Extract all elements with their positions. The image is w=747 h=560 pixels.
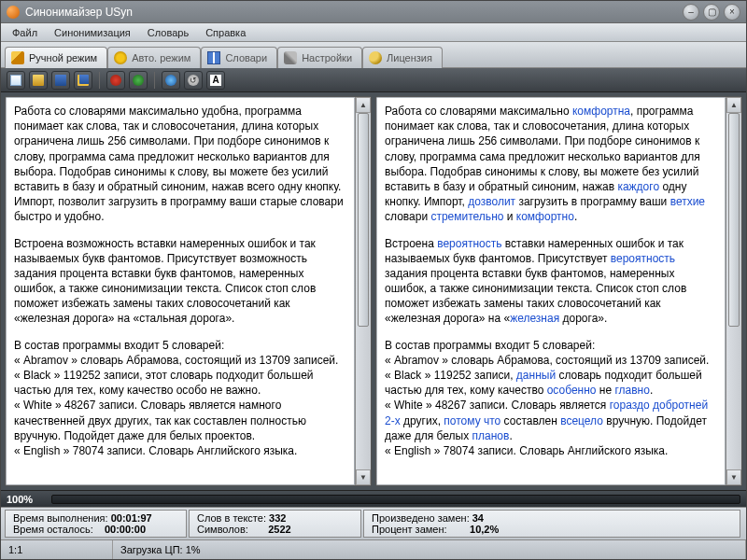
tab-dictionaries[interactable]: Словари <box>201 47 277 68</box>
synonym-word[interactable]: главно <box>614 384 649 397</box>
key-icon <box>369 51 382 64</box>
toolbar: ↺ A <box>1 68 746 92</box>
status-cursor: 1:1 <box>1 540 113 559</box>
save-as-button[interactable] <box>74 71 92 90</box>
window-title: Синонимайзер USyn <box>25 6 679 19</box>
scrollbar[interactable]: ▲ ▼ <box>355 97 371 485</box>
source-paragraph: В состав программы входит 5 словарей: « … <box>14 338 346 459</box>
result-paragraph: Встроена вероятность вставки намеренных … <box>385 236 717 327</box>
status-cpu: Загрузка ЦП: 1% <box>113 540 746 559</box>
tab-label: Настройки <box>302 52 352 63</box>
synonym-word[interactable]: всецело <box>560 414 603 427</box>
scroll-down-button[interactable]: ▼ <box>356 469 371 485</box>
tab-license[interactable]: Лицензия <box>362 47 443 68</box>
left-pane-wrap: Работа со словарями максимально удобна, … <box>5 96 372 486</box>
run-icon <box>133 75 144 86</box>
progress-label: 100% <box>7 494 46 505</box>
scroll-up-button[interactable]: ▲ <box>356 97 371 113</box>
menu-file[interactable]: Файл <box>5 25 45 40</box>
stat-char-count: Символов: 2522 <box>197 524 353 535</box>
app-icon <box>7 6 20 19</box>
globe-icon <box>165 75 176 86</box>
tab-label: Лицензия <box>387 52 432 63</box>
result-paragraph: Работа со словарями максимально комфортн… <box>385 104 717 225</box>
scroll-down-button[interactable]: ▼ <box>726 469 741 485</box>
synonym-word[interactable]: комфортно <box>516 210 574 223</box>
minimize-button[interactable]: – <box>683 4 699 21</box>
stop-button[interactable] <box>106 71 125 90</box>
menu-synonymize[interactable]: Синонимизация <box>47 25 138 40</box>
stat-time-col: Время выполнения: 00:01:97 Время осталос… <box>5 510 187 538</box>
titlebar: Синонимайзер USyn – ▢ × <box>1 1 746 23</box>
synonym-word[interactable]: комфортна <box>572 105 630 118</box>
scroll-up-button[interactable]: ▲ <box>726 97 741 113</box>
result-text-pane[interactable]: Работа со словарями максимально комфортн… <box>377 98 725 484</box>
swap-button[interactable]: ↺ <box>184 71 203 90</box>
stop-icon <box>110 75 121 86</box>
result-paragraph: В состав программы входит 5 словарей: « … <box>385 338 717 459</box>
toolbar-separator <box>99 72 100 89</box>
maximize-button[interactable]: ▢ <box>703 4 720 21</box>
synonym-word[interactable]: потому что <box>444 414 500 427</box>
app-window: Синонимайзер USyn – ▢ × Файл Синонимизац… <box>0 0 747 560</box>
tab-settings[interactable]: Настройки <box>277 47 362 68</box>
tab-label: Ручной режим <box>29 52 97 63</box>
stat-time-left: Время осталось: 00:00:00 <box>13 524 178 535</box>
right-pane-wrap: Работа со словарями максимально комфортн… <box>375 96 742 486</box>
new-file-icon <box>10 75 21 86</box>
tab-manual-mode[interactable]: Ручной режим <box>5 47 107 68</box>
stat-word-count: Слов в тексте: 332 <box>197 512 353 524</box>
stat-replaced: Произведено замен: 34 <box>372 512 732 524</box>
synonym-word[interactable]: стремительно <box>430 210 503 223</box>
synonym-word[interactable]: ветхие <box>670 195 705 208</box>
new-file-button[interactable] <box>7 71 25 90</box>
open-file-button[interactable] <box>29 71 48 90</box>
synonym-word[interactable]: вероятность <box>437 237 501 250</box>
stat-percent: Процент замен: 10,2% <box>372 524 732 535</box>
editor-panes: Работа со словарями максимально удобна, … <box>1 92 746 490</box>
wrench-icon <box>284 51 297 64</box>
stat-exec-time: Время выполнения: 00:01:97 <box>13 512 178 524</box>
pencil-icon <box>11 51 24 64</box>
font-icon: A <box>210 75 221 86</box>
progress-row: 100% <box>1 490 746 507</box>
stat-replace-col: Произведено замен: 34 Процент замен: 10,… <box>363 510 740 538</box>
menu-dictionary[interactable]: Словарь <box>140 25 196 40</box>
synonym-word[interactable]: вероятность <box>611 252 675 265</box>
progress-bar <box>51 495 740 504</box>
scroll-thumb[interactable] <box>358 113 369 327</box>
menu-help[interactable]: Справка <box>198 25 253 40</box>
stats-panel: Время выполнения: 00:01:97 Время осталос… <box>1 507 746 540</box>
tab-label: Словари <box>225 52 267 63</box>
swap-icon: ↺ <box>188 75 199 86</box>
save-as-icon <box>78 75 89 86</box>
save-icon <box>55 75 66 86</box>
web-button[interactable] <box>162 71 180 90</box>
save-button[interactable] <box>51 71 70 90</box>
scroll-thumb[interactable] <box>728 113 740 327</box>
tab-auto-mode[interactable]: Авто. режим <box>107 47 201 68</box>
toolbar-separator <box>154 72 155 89</box>
source-text-pane[interactable]: Работа со словарями максимально удобна, … <box>7 98 354 484</box>
stat-count-col: Слов в тексте: 332 Символов: 2522 <box>189 510 361 538</box>
book-icon <box>207 51 220 64</box>
scroll-track[interactable] <box>726 113 741 469</box>
tab-label: Авто. режим <box>132 52 190 63</box>
source-paragraph: Работа со словарями максимально удобна, … <box>14 104 346 225</box>
open-file-icon <box>33 75 44 86</box>
synonym-word[interactable]: железная <box>510 312 559 325</box>
run-button[interactable] <box>129 71 148 90</box>
synonym-word[interactable]: каждого <box>617 180 659 193</box>
statusbar: 1:1 Загрузка ЦП: 1% <box>1 540 746 559</box>
tabbar: Ручной режим Авто. режим Словари Настрой… <box>1 42 746 68</box>
font-button[interactable]: A <box>206 71 225 90</box>
menubar: Файл Синонимизация Словарь Справка <box>1 23 746 42</box>
synonym-word[interactable]: дозволит <box>468 195 515 208</box>
source-paragraph: Встроена возможность вставки намеренных … <box>14 236 346 327</box>
synonym-word[interactable]: данный <box>516 369 556 382</box>
close-button[interactable]: × <box>724 4 740 21</box>
synonym-word[interactable]: особенно <box>547 384 597 397</box>
scroll-track[interactable] <box>356 113 371 469</box>
synonym-word[interactable]: планов <box>472 429 510 442</box>
scrollbar[interactable]: ▲ ▼ <box>726 97 741 485</box>
